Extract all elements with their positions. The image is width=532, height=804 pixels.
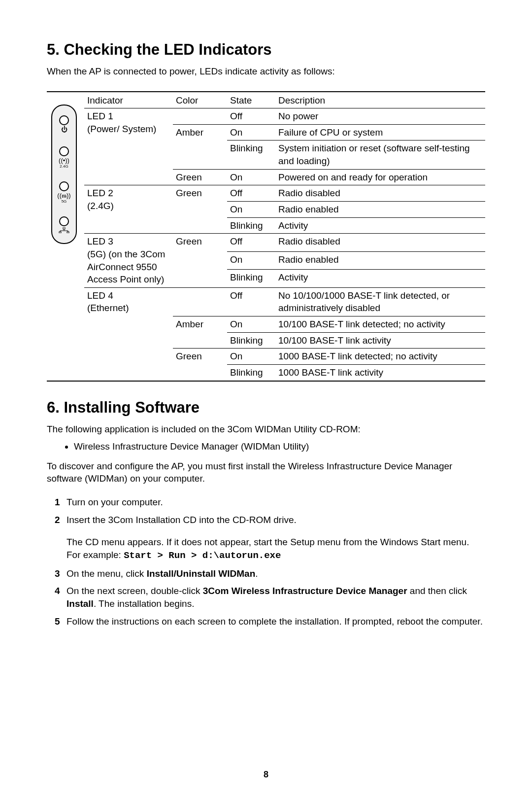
table-row: LED 1 (Power/ System) Off No power xyxy=(84,108,485,125)
svg-rect-5 xyxy=(59,232,61,233)
step-4c: and then click xyxy=(407,586,467,596)
cell-color xyxy=(173,201,227,217)
device-body: ⏻ ((•)) 2.4G ((ᵯ)) 5G xyxy=(51,105,77,244)
cell-description: System initiation or reset (software sel… xyxy=(275,140,485,169)
indicator-detail: (5G) (on the 3Com AirConnect 9550 Access… xyxy=(87,249,165,284)
step-5: Follow the instructions on each screen t… xyxy=(66,615,485,628)
step-2-sub: The CD menu appears. If it does not appe… xyxy=(66,536,485,562)
cell-state: Off xyxy=(227,108,275,125)
list-item: Wireless Infrastructure Device Manager (… xyxy=(74,440,485,453)
cell-description: Radio disabled xyxy=(275,185,485,202)
led1-cluster: ⏻ xyxy=(59,115,69,133)
wifi-icon: ((ᵯ)) xyxy=(57,192,70,199)
step-4e: . The installation begins. xyxy=(94,598,195,609)
step-2-text: Insert the 3Com Installation CD into the… xyxy=(66,515,297,525)
section-5-heading: 5. Checking the LED Indicators xyxy=(47,39,485,60)
led-table-container: ⏻ ((•)) 2.4G ((ᵯ)) 5G xyxy=(47,91,485,381)
indicator-detail: (2.4G) xyxy=(87,201,114,211)
cell-description: Activity xyxy=(275,217,485,234)
led-circle-icon xyxy=(59,181,69,191)
bullet-list: Wireless Infrastructure Device Manager (… xyxy=(47,440,485,453)
cell-description: 1000 BASE-T link detected; no activity xyxy=(275,349,485,365)
cell-description: 10/100 BASE-T link detected; no activity xyxy=(275,316,485,333)
cell-color: Amber xyxy=(173,316,227,333)
cell-state: On xyxy=(227,124,275,140)
cell-state: Off xyxy=(227,287,275,316)
cell-description: Radio disabled xyxy=(275,234,485,252)
cell-color xyxy=(173,251,227,270)
cell-state: On xyxy=(227,169,275,185)
led2-cluster: ((•)) 2.4G xyxy=(59,146,69,169)
cell-state: Off xyxy=(227,185,275,202)
cell-state: Blinking xyxy=(227,365,275,381)
step-3b: Install/Uninstall WIDMan xyxy=(147,568,256,579)
step-1: Turn on your computer. xyxy=(66,496,485,509)
page-number: 8 xyxy=(0,769,532,780)
led-table-header-row: Indicator Color State Description xyxy=(84,92,485,108)
cell-color: Green xyxy=(173,185,227,202)
cell-description: Radio enabled xyxy=(275,251,485,270)
power-icon: ⏻ xyxy=(61,126,67,133)
cell-color xyxy=(173,287,227,316)
cell-description: No power xyxy=(275,108,485,125)
svg-rect-0 xyxy=(63,227,65,229)
cell-state: Blinking xyxy=(227,217,275,234)
header-color: Color xyxy=(173,92,227,108)
cell-state: On xyxy=(227,201,275,217)
cell-color: Green xyxy=(173,169,227,185)
indicator-name: LED 3 xyxy=(87,236,113,246)
svg-rect-6 xyxy=(67,232,69,233)
section-5-intro: When the AP is connected to power, LEDs … xyxy=(47,65,485,78)
led-table: Indicator Color State Description LED 1 … xyxy=(84,92,485,380)
cell-description: 1000 BASE-T link activity xyxy=(275,365,485,381)
header-state: State xyxy=(227,92,275,108)
header-indicator: Indicator xyxy=(84,92,173,108)
step-2: Insert the 3Com Installation CD into the… xyxy=(66,514,485,562)
step-4a: On the next screen, double-click xyxy=(66,586,203,596)
cell-description: No 10/100/1000 BASE-T link detected, or … xyxy=(275,287,485,316)
indicator-detail: (Power/ System) xyxy=(87,124,156,134)
step-4b: 3Com Wireless Infrastructure Device Mana… xyxy=(203,586,407,596)
cell-color: Green xyxy=(173,349,227,365)
device-figure: ⏻ ((•)) 2.4G ((ᵯ)) 5G xyxy=(47,92,84,380)
table-row: LED 2 (2.4G) Green Off Radio disabled xyxy=(84,185,485,202)
cell-description: 10/100 BASE-T link activity xyxy=(275,332,485,349)
indicator-name: LED 2 xyxy=(87,188,113,198)
led2-sublabel: 2.4G xyxy=(60,165,68,169)
step-3: On the menu, click Install/Uninstall WID… xyxy=(66,567,485,580)
indicator-name: LED 1 xyxy=(87,111,113,121)
led-circle-icon xyxy=(59,146,69,156)
cell-indicator: LED 3 (5G) (on the 3Com AirConnect 9550 … xyxy=(84,234,173,288)
section-6-heading: 6. Installing Software xyxy=(47,397,485,418)
led4-cluster xyxy=(59,216,69,234)
step-3a: On the menu, click xyxy=(66,568,147,579)
cell-color xyxy=(173,365,227,381)
wifi-icon: ((•)) xyxy=(59,157,69,164)
cell-description: Powered on and ready for operation xyxy=(275,169,485,185)
cell-state: On xyxy=(227,316,275,333)
table-row: LED 4 (Ethernet) Off No 10/100/1000 BASE… xyxy=(84,287,485,316)
section-6-intro: The following application is included on… xyxy=(47,423,485,436)
led3-sublabel: 5G xyxy=(62,200,67,204)
cell-state: Blinking xyxy=(227,332,275,349)
step-4: On the next screen, double-click 3Com Wi… xyxy=(66,585,485,610)
cell-state: Blinking xyxy=(227,140,275,169)
cell-indicator: LED 1 (Power/ System) xyxy=(84,108,173,185)
step-4d: Install xyxy=(66,598,94,609)
install-steps: Turn on your computer. Insert the 3Com I… xyxy=(47,496,485,628)
cell-indicator: LED 4 (Ethernet) xyxy=(84,287,173,380)
indicator-name: LED 4 xyxy=(87,290,113,301)
cell-color xyxy=(173,217,227,234)
cell-color xyxy=(173,140,227,169)
header-description: Description xyxy=(275,92,485,108)
step-2b-code: Start > Run > d:\autorun.exe xyxy=(124,550,281,561)
indicator-detail: (Ethernet) xyxy=(87,303,129,313)
cell-color: Amber xyxy=(173,124,227,140)
ethernet-icon xyxy=(59,227,69,234)
cell-color: Green xyxy=(173,234,227,252)
step-3c: . xyxy=(255,568,258,579)
cell-description: Radio enabled xyxy=(275,201,485,217)
table-row: LED 3 (5G) (on the 3Com AirConnect 9550 … xyxy=(84,234,485,252)
led-circle-icon xyxy=(59,216,69,226)
led-circle-icon xyxy=(59,115,69,125)
